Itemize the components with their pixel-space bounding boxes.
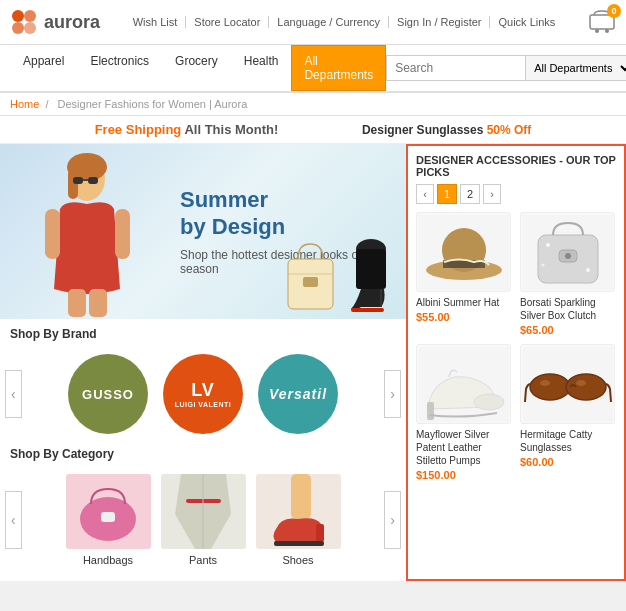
svg-point-2 <box>12 22 24 34</box>
pump-image[interactable] <box>416 344 511 424</box>
product-pump: Mayflower Silver Patent Leather Stiletto… <box>416 344 512 481</box>
search-department-select[interactable]: All Departments <box>526 55 626 81</box>
cart-area[interactable]: 0 <box>588 9 616 36</box>
tab-health[interactable]: Health <box>231 45 292 91</box>
bag-svg <box>523 215 613 290</box>
bag-image[interactable] <box>520 212 615 292</box>
accessories-panel: DESIGNER ACCESSORIES - OUR TOP PICKS ‹ 1… <box>406 144 626 581</box>
promo-free-text: Free Shipping <box>95 122 182 137</box>
svg-rect-12 <box>45 209 60 259</box>
svg-point-52 <box>566 374 606 400</box>
store-locator-link[interactable]: Store Locator <box>186 16 269 28</box>
svg-point-53 <box>540 380 550 386</box>
breadcrumb-current: Designer Fashions for Women | Aurora <box>58 98 248 110</box>
page-2-button[interactable]: 2 <box>460 184 480 204</box>
tab-apparel[interactable]: Apparel <box>10 45 77 91</box>
svg-rect-17 <box>88 177 98 184</box>
svg-point-6 <box>605 29 609 33</box>
shoes-image <box>256 474 341 549</box>
tab-all-departments[interactable]: All Departments <box>291 45 386 91</box>
page-1-button[interactable]: 1 <box>437 184 457 204</box>
search-input[interactable] <box>386 55 526 81</box>
hero-banner: Summer by Design Shop the hottest design… <box>0 144 406 319</box>
nav-tabs: Apparel Electronics Grocery Health All D… <box>10 45 386 91</box>
hat-price: $55.00 <box>416 311 512 323</box>
search-area: All Departments <box>386 55 626 81</box>
svg-point-46 <box>541 263 544 266</box>
pants-image <box>161 474 246 549</box>
brands-row: ‹ GUSSO LV LUIGI VALENTI Versatil › <box>0 349 406 439</box>
cart-icon-wrap[interactable]: 0 <box>588 9 616 36</box>
logo[interactable]: aurora <box>10 8 100 36</box>
pants-svg <box>161 474 246 549</box>
sunglasses-svg <box>523 347 613 422</box>
tab-electronics[interactable]: Electronics <box>77 45 162 91</box>
svg-point-0 <box>12 10 24 22</box>
svg-rect-23 <box>356 249 386 289</box>
pump-price: $150.00 <box>416 469 512 481</box>
brands-section-title: Shop By Brand <box>0 319 406 349</box>
brand-gusso[interactable]: GUSSO <box>68 354 148 434</box>
promo-discount-text: 50% Off <box>487 123 532 137</box>
hat-name: Albini Summer Hat <box>416 296 512 309</box>
header: aurora Wish List Store Locator Language … <box>0 0 626 45</box>
nav-bar: Apparel Electronics Grocery Health All D… <box>0 45 626 93</box>
svg-rect-15 <box>89 289 107 317</box>
svg-point-44 <box>546 243 550 247</box>
category-shoes[interactable]: Shoes <box>256 474 341 566</box>
hat-image[interactable] <box>416 212 511 292</box>
content-area: Summer by Design Shop the hottest design… <box>0 144 626 581</box>
svg-rect-35 <box>274 541 324 546</box>
pagination-next-button[interactable]: › <box>483 184 501 204</box>
hat-svg <box>419 215 509 290</box>
shoes-svg <box>256 474 341 549</box>
breadcrumb-separator: / <box>45 98 48 110</box>
brands-prev-button[interactable]: ‹ <box>5 370 22 418</box>
hero-bag-svg <box>283 239 338 314</box>
product-hat: Albini Summer Hat $55.00 <box>416 212 512 336</box>
tab-grocery[interactable]: Grocery <box>162 45 231 91</box>
main-content: Free Shipping All This Month! Designer S… <box>0 116 626 581</box>
categories-section-title: Shop By Category <box>0 439 406 469</box>
svg-point-5 <box>595 29 599 33</box>
quick-links-link[interactable]: Quick Links <box>490 16 563 28</box>
handbags-label: Handbags <box>83 554 133 566</box>
svg-point-48 <box>474 394 504 410</box>
category-handbags[interactable]: Handbags <box>66 474 151 566</box>
sunglasses-image[interactable] <box>520 344 615 424</box>
svg-rect-33 <box>291 474 311 519</box>
language-currency-link[interactable]: Language / Currency <box>269 16 389 28</box>
svg-point-43 <box>565 253 571 259</box>
brands-list: GUSSO LV LUIGI VALENTI Versatil <box>22 354 385 434</box>
breadcrumb-home[interactable]: Home <box>10 98 39 110</box>
categories-list: Handbags Pants <box>27 474 380 566</box>
svg-point-3 <box>24 22 36 34</box>
sign-in-link[interactable]: Sign In / Register <box>389 16 490 28</box>
handbags-svg <box>66 474 151 549</box>
wish-list-link[interactable]: Wish List <box>125 16 187 28</box>
svg-rect-21 <box>303 277 318 287</box>
svg-rect-34 <box>316 524 324 542</box>
svg-rect-14 <box>68 289 86 317</box>
categories-prev-button[interactable]: ‹ <box>5 491 22 549</box>
sunglasses-name: Hermitage Catty Sunglasses <box>520 428 616 454</box>
panel-pagination: ‹ 1 2 › <box>416 184 616 204</box>
pagination-prev-button[interactable]: ‹ <box>416 184 434 204</box>
brands-next-button[interactable]: › <box>384 370 401 418</box>
category-pants[interactable]: Pants <box>161 474 246 566</box>
sunglasses-price: $60.00 <box>520 456 616 468</box>
brand-lv[interactable]: LV LUIGI VALENTI <box>163 354 243 434</box>
categories-next-button[interactable]: › <box>384 491 401 549</box>
svg-point-51 <box>530 374 570 400</box>
accessories-panel-title: DESIGNER ACCESSORIES - OUR TOP PICKS <box>416 154 616 178</box>
hero-products <box>283 229 391 314</box>
bag-price: $65.00 <box>520 324 616 336</box>
handbags-image <box>66 474 151 549</box>
svg-rect-16 <box>73 177 83 184</box>
product-bag: Borsati Sparkling Silver Box Clutch $65.… <box>520 212 616 336</box>
promo-rest-text: All This Month! <box>181 122 278 137</box>
svg-point-1 <box>24 10 36 22</box>
pants-label: Pants <box>189 554 217 566</box>
product-sunglasses: Hermitage Catty Sunglasses $60.00 <box>520 344 616 481</box>
brand-versatil[interactable]: Versatil <box>258 354 338 434</box>
